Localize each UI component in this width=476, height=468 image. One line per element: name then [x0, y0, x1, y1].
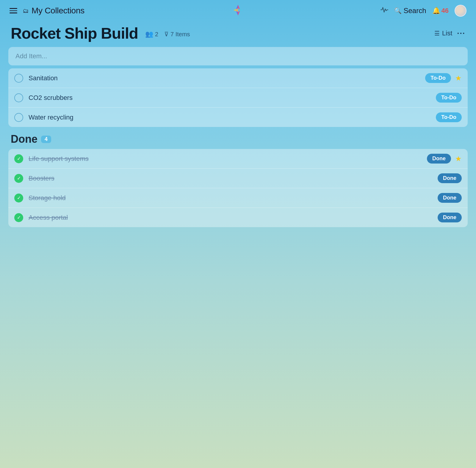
table-row[interactable]: Sanitation To-Do ★	[8, 68, 468, 88]
header-right: ☰ List ···	[434, 29, 465, 38]
list-icon: ☰	[434, 30, 440, 37]
bell-icon: 🔔	[432, 7, 440, 15]
notification-area[interactable]: 🔔 46	[432, 7, 449, 15]
task-checkbox-5[interactable]: ✓	[14, 174, 23, 183]
status-badge-4: Done	[427, 154, 451, 164]
list-view-button[interactable]: ☰ List	[434, 29, 452, 37]
task-right-6: Done	[438, 193, 462, 203]
svg-marker-3	[233, 8, 238, 12]
folder-icon: 🗂	[23, 7, 29, 14]
items-count-label: 7 Items	[170, 31, 190, 38]
search-icon: 🔍	[394, 7, 402, 14]
star-icon-4[interactable]: ★	[455, 155, 462, 163]
more-options-button[interactable]: ···	[457, 29, 465, 38]
collaborators-icon: 👥	[145, 30, 153, 38]
done-section-badge: 4	[41, 136, 51, 143]
task-checkbox-1[interactable]	[14, 74, 23, 83]
task-label-6: Storage hold	[29, 194, 438, 202]
avatar[interactable]	[455, 5, 466, 17]
task-label-7: Access portal	[29, 214, 438, 222]
header-meta: 👥 2 ⊽ 7 Items	[145, 30, 190, 38]
todo-task-list: Sanitation To-Do ★ CO2 scrubbers To-Do W…	[8, 68, 468, 127]
status-badge-7: Done	[438, 213, 462, 222]
task-right-1: To-Do ★	[425, 73, 462, 83]
notification-count: 46	[441, 7, 449, 15]
task-checkbox-2[interactable]	[14, 93, 23, 102]
status-badge-1: To-Do	[425, 73, 451, 83]
collaborators: 👥 2	[145, 30, 158, 38]
task-checkbox-3[interactable]	[14, 113, 23, 122]
filter-icon: ⊽	[164, 31, 169, 38]
table-row[interactable]: Water recycling To-Do	[8, 108, 468, 127]
table-row[interactable]: ✓ Access portal Done	[8, 208, 468, 227]
task-checkbox-6[interactable]: ✓	[14, 194, 23, 202]
top-nav: 🗂 My Collections 🔍 Search 🔔 46	[0, 0, 476, 21]
done-section-header: Done 4	[8, 127, 468, 149]
page-title: Rocket Ship Build	[11, 24, 138, 42]
task-right-4: Done ★	[427, 154, 462, 164]
my-collections-label[interactable]: My Collections	[32, 6, 84, 15]
task-label-4: Life support systems	[29, 155, 427, 163]
star-icon-1[interactable]: ★	[455, 74, 462, 82]
done-task-list: ✓ Life support systems Done ★ ✓ Boosters…	[8, 149, 468, 227]
collaborators-count: 2	[155, 31, 158, 38]
table-row[interactable]: ✓ Life support systems Done ★	[8, 149, 468, 169]
hamburger-menu[interactable]	[10, 8, 17, 13]
add-item-placeholder: Add Item...	[15, 52, 47, 60]
task-right-3: To-Do	[436, 112, 462, 122]
task-checkbox-4[interactable]: ✓	[14, 154, 23, 163]
task-right-2: To-Do	[436, 93, 462, 103]
search-label: Search	[403, 7, 426, 15]
status-badge-5: Done	[438, 173, 462, 183]
main-content: Add Item... Sanitation To-Do ★ CO2 scrub…	[0, 47, 476, 227]
items-count: ⊽ 7 Items	[164, 31, 190, 38]
list-view-label: List	[442, 29, 452, 37]
svg-marker-4	[238, 8, 243, 12]
task-label-1: Sanitation	[29, 74, 425, 82]
task-right-5: Done	[438, 173, 462, 183]
search-area[interactable]: 🔍 Search	[394, 7, 426, 15]
app-logo	[232, 4, 244, 17]
table-row[interactable]: ✓ Boosters Done	[8, 169, 468, 188]
activity-icon[interactable]	[381, 7, 388, 15]
nav-right: 🔍 Search 🔔 46	[381, 5, 466, 17]
page-header: Rocket Ship Build 👥 2 ⊽ 7 Items ☰ List ·…	[0, 21, 476, 47]
status-badge-2: To-Do	[436, 93, 462, 103]
task-right-7: Done	[438, 213, 462, 222]
add-item-bar[interactable]: Add Item...	[8, 47, 468, 65]
table-row[interactable]: CO2 scrubbers To-Do	[8, 88, 468, 108]
table-row[interactable]: ✓ Storage hold Done	[8, 188, 468, 208]
task-label-5: Boosters	[29, 175, 438, 182]
task-checkbox-7[interactable]: ✓	[14, 213, 23, 222]
status-badge-3: To-Do	[436, 112, 462, 122]
status-badge-6: Done	[438, 193, 462, 203]
task-label-3: Water recycling	[29, 114, 436, 121]
task-label-2: CO2 scrubbers	[29, 94, 436, 102]
done-section-title: Done	[11, 133, 37, 145]
